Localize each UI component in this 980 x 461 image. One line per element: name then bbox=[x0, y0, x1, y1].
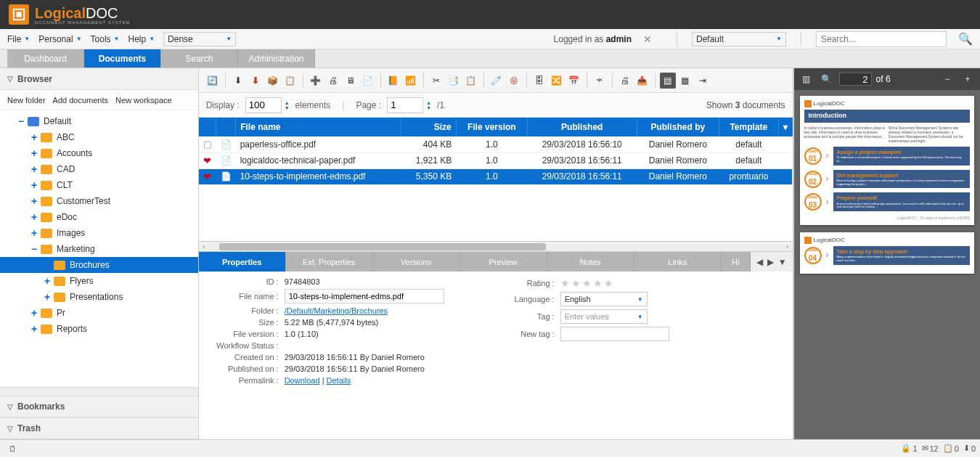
newtag-input[interactable] bbox=[560, 327, 669, 341]
view-list-icon[interactable]: ▤ bbox=[660, 73, 676, 89]
display-input[interactable] bbox=[245, 97, 282, 113]
tree-node[interactable]: +Reports bbox=[0, 321, 198, 337]
dtab-properties[interactable]: Properties bbox=[199, 252, 286, 272]
view-grid-icon[interactable]: ▦ bbox=[677, 73, 693, 89]
dtab-ext-properties[interactable]: Ext. Properties bbox=[286, 252, 373, 272]
density-select[interactable]: Dense▼ bbox=[163, 32, 236, 46]
toggle-preview-icon[interactable]: ⇥ bbox=[695, 73, 711, 89]
col-version[interactable]: File version bbox=[456, 118, 527, 136]
dtab-preview[interactable]: Preview bbox=[460, 252, 547, 272]
menu-personal[interactable]: Personal▼ bbox=[38, 34, 81, 44]
tree-node[interactable]: +CLT bbox=[0, 177, 198, 193]
tree-node[interactable]: +Presentations bbox=[0, 289, 198, 305]
dtab-notes[interactable]: Notes bbox=[547, 252, 634, 272]
col-by[interactable]: Published by bbox=[637, 118, 719, 136]
page-input[interactable] bbox=[387, 97, 423, 113]
table-row[interactable]: ▢ 📄 paperless-office.pdf 404 KB 1.0 29/0… bbox=[199, 136, 792, 152]
export-csv-icon[interactable]: 📤 bbox=[634, 73, 650, 89]
download-icon[interactable]: ⬇ bbox=[230, 73, 246, 89]
folder-tree[interactable]: −Default +ABC +Accounts +CAD +CLT +Custo… bbox=[0, 110, 198, 387]
display-spinner[interactable]: ▲▼ bbox=[285, 100, 290, 110]
tree-root[interactable]: −Default bbox=[0, 113, 198, 129]
preview-page-input[interactable] bbox=[839, 73, 872, 86]
col-published[interactable]: Published bbox=[527, 118, 637, 136]
sidebar-toggle-icon[interactable]: ▥ bbox=[799, 71, 814, 87]
col-filename[interactable]: File name bbox=[236, 118, 401, 136]
cut-icon[interactable]: ✂ bbox=[428, 73, 444, 89]
dtab-versions[interactable]: Versions bbox=[373, 252, 460, 272]
new-folder-button[interactable]: New folder bbox=[7, 96, 46, 105]
filter-icon[interactable]: ⫧ bbox=[592, 73, 608, 89]
tree-node[interactable]: +ABC bbox=[0, 129, 198, 145]
tree-node[interactable]: +Images bbox=[0, 225, 198, 241]
permalink-details[interactable]: Details bbox=[327, 376, 351, 385]
tree-node[interactable]: +CustomerTest bbox=[0, 193, 198, 209]
new-from-template-icon[interactable]: 📄 bbox=[360, 73, 376, 89]
table-scrollbar[interactable]: ‹› bbox=[199, 241, 793, 251]
tab-documents[interactable]: Documents bbox=[84, 49, 161, 68]
status-note-icon[interactable]: 🗒 bbox=[9, 444, 17, 453]
language-select[interactable]: English▼ bbox=[560, 292, 648, 306]
tag-select[interactable]: Enter values▼ bbox=[560, 309, 648, 324]
add-documents-button[interactable]: Add documents bbox=[53, 96, 108, 105]
tree-node[interactable]: +Pr bbox=[0, 305, 198, 321]
stamp-icon[interactable]: 🧷 bbox=[489, 73, 505, 89]
status-downloads-icon[interactable]: ⬇0 bbox=[963, 444, 976, 453]
search-input[interactable] bbox=[816, 31, 947, 47]
calendar-icon[interactable]: 📅 bbox=[566, 73, 582, 89]
copy2-icon[interactable]: 📑 bbox=[446, 73, 462, 89]
dtab-next-icon[interactable]: ▶ bbox=[767, 257, 774, 267]
pdf-icon[interactable]: ⬇ bbox=[248, 73, 264, 89]
preview-viewport[interactable]: LogicalDOC Introduction In today's busin… bbox=[794, 90, 980, 439]
dtab-prev-icon[interactable]: ◀ bbox=[756, 257, 763, 267]
page-spinner[interactable]: ▲▼ bbox=[426, 100, 431, 110]
export-icon[interactable]: 📦 bbox=[265, 73, 281, 89]
seal-icon[interactable]: 🏵 bbox=[506, 73, 522, 89]
col-template[interactable]: Template bbox=[719, 118, 778, 136]
rss-new-icon[interactable]: 📙 bbox=[385, 73, 401, 89]
menu-file[interactable]: File▼ bbox=[7, 34, 30, 44]
trash-header[interactable]: ▽Trash bbox=[0, 417, 198, 439]
permalink-download[interactable]: Download bbox=[285, 376, 320, 385]
paste-icon[interactable]: 📋 bbox=[463, 73, 479, 89]
tree-node[interactable]: +eDoc bbox=[0, 209, 198, 225]
copy-icon[interactable]: 📋 bbox=[282, 73, 298, 89]
workflow-icon[interactable]: 🔀 bbox=[549, 73, 565, 89]
tab-administration[interactable]: Administration bbox=[238, 49, 315, 68]
menu-help[interactable]: Help▼ bbox=[128, 34, 155, 44]
refresh-icon[interactable]: 🔄 bbox=[205, 73, 221, 89]
print-icon[interactable]: 🖨 bbox=[325, 73, 341, 89]
browser-header[interactable]: ▽Browser bbox=[0, 68, 198, 90]
status-messages-icon[interactable]: ✉12 bbox=[922, 444, 939, 453]
tree-node-selected[interactable]: Brochures bbox=[0, 257, 198, 273]
add-doc-icon[interactable]: ➕ bbox=[308, 73, 324, 89]
bookmarks-header[interactable]: ▽Bookmarks bbox=[0, 396, 198, 417]
tab-dashboard[interactable]: Dashboard bbox=[7, 49, 84, 68]
zoom-in-icon[interactable]: + bbox=[960, 71, 976, 87]
logout-icon[interactable]: ✕ bbox=[643, 33, 652, 45]
workspace-select[interactable]: Default▼ bbox=[692, 32, 786, 46]
dtab-more[interactable]: Hi bbox=[722, 252, 751, 272]
tree-node[interactable]: +CAD bbox=[0, 161, 198, 177]
tree-scrollbar[interactable] bbox=[0, 387, 198, 396]
tree-node[interactable]: +Flyers bbox=[0, 273, 198, 289]
prop-folder-link[interactable]: /Default/Marketing/Brochures bbox=[285, 306, 388, 315]
zoom-out-icon[interactable]: − bbox=[939, 71, 955, 87]
new-workspace-button[interactable]: New workspace bbox=[115, 96, 172, 105]
screen-icon[interactable]: 🖥 bbox=[343, 73, 359, 89]
status-clipboard-icon[interactable]: 📋0 bbox=[943, 444, 959, 453]
print2-icon[interactable]: 🖨 bbox=[617, 73, 633, 89]
status-locked-icon[interactable]: 🔒1 bbox=[901, 444, 917, 453]
menu-tools[interactable]: Tools▼ bbox=[91, 34, 120, 44]
rating-stars[interactable]: ★★★★★ bbox=[560, 277, 615, 289]
dtab-menu-icon[interactable]: ▼ bbox=[778, 257, 787, 267]
prop-filename-input[interactable] bbox=[285, 289, 444, 303]
rss-icon[interactable]: 📶 bbox=[403, 73, 419, 89]
dtab-links[interactable]: Links bbox=[634, 252, 722, 272]
tree-node[interactable]: −Marketing bbox=[0, 241, 198, 257]
archive-icon[interactable]: 🗄 bbox=[531, 73, 547, 89]
search-icon[interactable]: 🔍 bbox=[958, 32, 973, 46]
table-row[interactable]: ❤ 📄 logicaldoc-technical-paper.pdf 1,921… bbox=[199, 152, 792, 168]
find-icon[interactable]: 🔍 bbox=[819, 71, 835, 87]
col-size[interactable]: Size bbox=[401, 118, 456, 136]
